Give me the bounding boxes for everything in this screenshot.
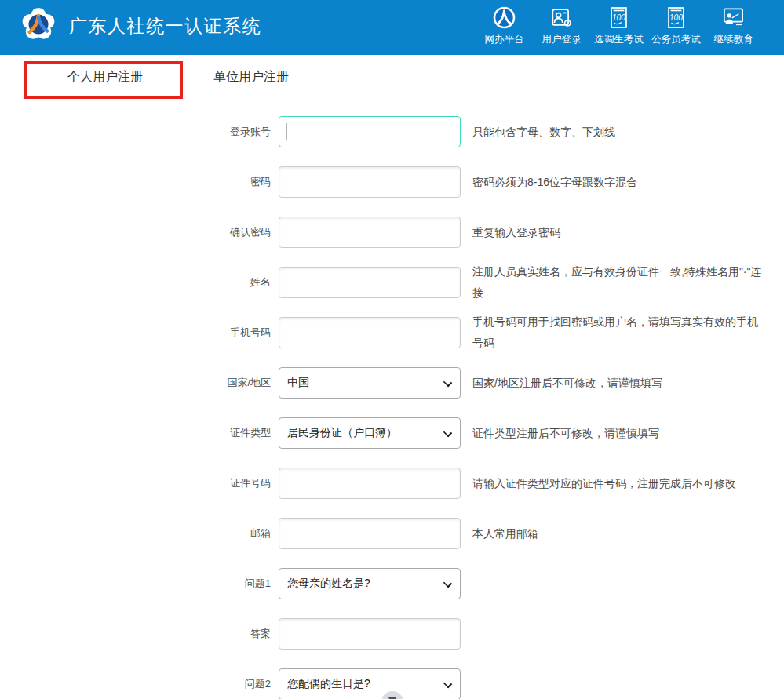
- country-region-selected-value: 中国: [287, 376, 309, 390]
- chevron-down-icon: [443, 378, 452, 387]
- confirm-password-input-field[interactable]: [279, 217, 461, 248]
- chevron-down-icon: [443, 579, 452, 588]
- country-region-label: 国家/地区: [186, 376, 271, 390]
- id-type-hint: 证件类型注册后不可修改，请谨慎填写: [472, 423, 659, 444]
- header-nav: 网办平台 用户登录 100 选调生考试: [476, 5, 762, 46]
- form-row-password: 密码 密码必须为8-16位字母跟数字混合: [186, 166, 784, 198]
- full-name-label: 姓名: [186, 275, 271, 289]
- nav-item-continuing-education[interactable]: 继续教育: [705, 5, 762, 46]
- nav-label: 选调生考试: [594, 33, 644, 46]
- education-icon: [721, 5, 746, 30]
- email-label: 邮箱: [186, 526, 271, 541]
- nav-item-xuandiao-exam[interactable]: 100 选调生考试: [590, 5, 647, 46]
- confirm-password-input[interactable]: [279, 217, 461, 248]
- password-label: 密码: [186, 175, 271, 189]
- question2-select[interactable]: 您配偶的生日是?: [279, 668, 461, 699]
- login-account-input[interactable]: [279, 116, 461, 147]
- login-account-input-field[interactable]: [279, 116, 461, 147]
- full-name-hint: 注册人员真实姓名，应与有效身份证件一致,特殊姓名用"·"连接: [472, 261, 764, 304]
- tab-company-registration[interactable]: 单位用户注册: [213, 69, 289, 86]
- nav-label: 网办平台: [485, 33, 524, 46]
- id-number-hint: 请输入证件类型对应的证件号码，注册完成后不可修改: [472, 473, 736, 494]
- answer-input[interactable]: [279, 618, 461, 650]
- question1-select[interactable]: 您母亲的姓名是?: [279, 568, 461, 599]
- form-row-confirm-password: 确认密码 重复输入登录密码: [186, 217, 784, 248]
- full-name-input-field[interactable]: [279, 267, 461, 298]
- chevron-down-icon: [443, 428, 452, 437]
- exam-100-icon: 100: [664, 5, 688, 30]
- user-login-icon: [549, 5, 574, 30]
- form-row-answer: 答案: [186, 618, 784, 650]
- app-header: 广东人社统一认证系统 网办平台 用户登录: [0, 0, 784, 55]
- question2-label: 问题2: [186, 677, 271, 691]
- password-input-field[interactable]: [279, 166, 461, 198]
- login-account-label: 登录账号: [186, 125, 271, 139]
- id-type-select[interactable]: 居民身份证（户口簿）: [279, 417, 461, 449]
- nav-item-user-login[interactable]: 用户登录: [533, 5, 590, 46]
- svg-text:100: 100: [612, 13, 625, 22]
- nav-label: 公务员考试: [651, 33, 701, 46]
- question2-selected-value: 您配偶的生日是?: [287, 677, 370, 691]
- text-caret: [286, 123, 287, 140]
- id-number-input-field[interactable]: [279, 468, 461, 499]
- nav-item-portal[interactable]: 网办平台: [476, 5, 533, 46]
- mobile-number-input-field[interactable]: [279, 317, 461, 348]
- email-hint: 本人常用邮箱: [472, 523, 538, 544]
- nav-label: 用户登录: [542, 33, 582, 46]
- email-input-field[interactable]: [279, 518, 461, 549]
- form-row-question2: 问题2 您配偶的生日是?: [186, 668, 784, 699]
- svg-text:100: 100: [669, 13, 683, 22]
- chevron-down-icon: [443, 679, 452, 688]
- id-number-input[interactable]: [279, 468, 461, 499]
- confirm-password-label: 确认密码: [186, 225, 271, 239]
- mobile-number-hint: 手机号码可用于找回密码或用户名，请填写真实有效的手机号码: [472, 311, 764, 354]
- mobile-number-label: 手机号码: [186, 326, 271, 340]
- form-row-id-type: 证件类型 居民身份证（户口簿） 证件类型注册后不可修改，请谨慎填写: [186, 417, 784, 449]
- exam-100-icon: 100: [607, 5, 631, 30]
- portal-icon: [492, 5, 516, 30]
- country-region-select[interactable]: 中国: [279, 367, 461, 399]
- form-row-email: 邮箱 本人常用邮箱: [186, 518, 784, 549]
- question1-label: 问题1: [186, 577, 271, 591]
- nav-item-civil-service-exam[interactable]: 100 公务员考试: [647, 5, 705, 46]
- id-type-selected-value: 居民身份证（户口簿）: [287, 426, 397, 440]
- country-region-hint: 国家/地区注册后不可修改，请谨慎填写: [472, 373, 662, 394]
- mobile-number-input[interactable]: [279, 317, 461, 348]
- email-input[interactable]: [279, 518, 461, 549]
- page-title: 广东人社统一认证系统: [69, 14, 261, 38]
- gdhrss-logo-icon: [21, 7, 56, 42]
- question1-selected-value: 您母亲的姓名是?: [287, 577, 370, 591]
- id-number-label: 证件号码: [186, 476, 271, 490]
- nav-label: 继续教育: [714, 33, 753, 46]
- form-row-login-account: 登录账号 只能包含字母、数字、下划线: [186, 116, 784, 147]
- answer-label: 答案: [186, 627, 271, 641]
- confirm-password-hint: 重复输入登录密码: [472, 222, 560, 243]
- form-row-full-name: 姓名 注册人员真实姓名，应与有效身份证件一致,特殊姓名用"·"连接: [186, 267, 784, 298]
- id-type-label: 证件类型: [186, 426, 271, 440]
- form-row-question1: 问题1 您母亲的姓名是?: [186, 568, 784, 599]
- tab-personal-registration[interactable]: 个人用户注册: [38, 69, 173, 97]
- password-hint: 密码必须为8-16位字母跟数字混合: [472, 172, 637, 193]
- form-row-country-region: 国家/地区 中国 国家/地区注册后不可修改，请谨慎填写: [186, 367, 784, 399]
- form-row-id-number: 证件号码 请输入证件类型对应的证件号码，注册完成后不可修改: [186, 468, 784, 499]
- form-row-mobile-number: 手机号码 手机号码可用于找回密码或用户名，请填写真实有效的手机号码: [186, 317, 784, 348]
- personal-registration-form: 登录账号 只能包含字母、数字、下划线 密码 密码必须为8-16位字母跟数字混合 …: [0, 116, 784, 699]
- answer-input-field[interactable]: [279, 618, 461, 650]
- password-input[interactable]: [279, 166, 461, 198]
- full-name-input[interactable]: [279, 267, 461, 298]
- login-account-hint: 只能包含字母、数字、下划线: [472, 122, 615, 143]
